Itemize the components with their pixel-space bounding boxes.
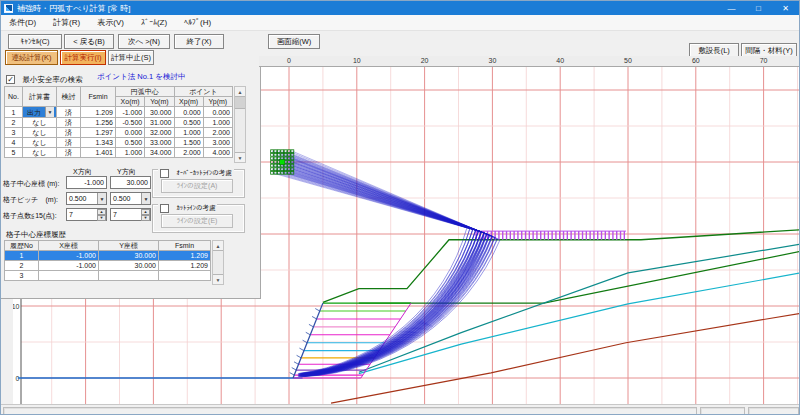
cell[interactable]: 済 <box>57 118 81 128</box>
cell[interactable]: 32.000 <box>145 128 174 138</box>
cell[interactable]: 1.000 <box>174 128 203 138</box>
cell[interactable]: 1.297 <box>81 128 116 138</box>
cell[interactable]: 3 <box>5 271 39 281</box>
continuous-calc-button[interactable]: 連続計算(K) <box>5 50 58 65</box>
cell[interactable]: 0.500 <box>116 138 145 148</box>
run-calc-button[interactable]: 計算実行(I) <box>60 50 106 65</box>
grid-points-y-stepper[interactable]: 7 ▲▼ <box>110 208 151 221</box>
slip-results-table[interactable]: No. 計算書 検討 Fsmin 円弧中心 ポイント Xo(m) Yo(m) X… <box>4 86 233 158</box>
cell[interactable]: 2 <box>5 261 39 271</box>
history-row[interactable]: 3 <box>5 271 211 281</box>
cell[interactable]: 0.000 <box>116 128 145 138</box>
cell[interactable]: 1.401 <box>81 148 116 158</box>
cell[interactable]: 1.500 <box>174 138 203 148</box>
stop-calc-button[interactable]: 計算中止(S) <box>108 50 154 65</box>
grid-pitch-y-select[interactable]: 0.500 ▼ <box>110 192 151 205</box>
cell[interactable]: なし <box>23 138 57 148</box>
table-row[interactable]: 4なし済1.3430.50033.0001.5003.000 <box>5 138 233 148</box>
cell[interactable]: 30.000 <box>145 107 174 118</box>
close-icon[interactable]: ✕ <box>772 1 799 15</box>
cell[interactable]: 1.343 <box>81 138 116 148</box>
cell[interactable]: 2.000 <box>174 148 203 158</box>
menu-conditions[interactable]: 条件(D) <box>9 17 36 28</box>
cell[interactable]: 1.256 <box>81 118 116 128</box>
cell[interactable] <box>39 271 99 281</box>
title-bar[interactable]: 補強時・円弧すべり計算 [常 時] — □ ✕ <box>1 1 799 15</box>
table-row[interactable]: 2なし済1.256-0.50031.0000.5001.000 <box>5 118 233 128</box>
cell[interactable]: 4 <box>5 138 23 148</box>
cell[interactable]: 2.000 <box>203 128 232 138</box>
chevron-down-icon[interactable]: ▼ <box>45 107 54 117</box>
grid-pitch-x-select[interactable]: 0.500 ▼ <box>66 192 107 205</box>
table-row[interactable]: 3なし済1.2970.00032.0001.0002.000 <box>5 128 233 138</box>
cell[interactable]: 済 <box>57 128 81 138</box>
scroll-thumb[interactable] <box>235 97 245 109</box>
checkbox-checked-icon[interactable]: ✓ <box>6 75 15 84</box>
spin-down-icon[interactable]: ▼ <box>141 215 150 221</box>
overcut-line-setting-button[interactable]: ﾗｲﾝの設定(A) <box>161 179 233 193</box>
cell[interactable] <box>99 271 159 281</box>
cell[interactable]: 0.000 <box>203 107 232 118</box>
cell[interactable]: -1.000 <box>116 107 145 118</box>
scroll-up-icon[interactable]: ▲ <box>235 87 245 97</box>
menu-calculation[interactable]: 計算(R) <box>53 17 80 28</box>
checkbox-unchecked-icon[interactable] <box>160 204 169 213</box>
menu-help[interactable]: ﾍﾙﾌﾟ(H) <box>184 18 211 27</box>
cell[interactable]: 済 <box>57 138 81 148</box>
cell[interactable]: -0.500 <box>116 118 145 128</box>
cell[interactable]: 33.000 <box>145 138 174 148</box>
grid-center-y-input[interactable]: 30.000 <box>110 176 151 189</box>
chevron-down-icon[interactable]: ▼ <box>141 193 150 204</box>
table-row[interactable]: 1出力▼済1.209-1.00030.0000.0000.000 <box>5 107 233 118</box>
cell[interactable]: 1.209 <box>81 107 116 118</box>
cell[interactable]: -1.000 <box>39 261 99 271</box>
cancel-button[interactable]: ｷｬﾝｾﾙ(C) <box>8 34 62 49</box>
next-button[interactable]: 次へ >(N) <box>118 34 170 49</box>
cell[interactable]: なし <box>23 128 57 138</box>
cell[interactable]: 4.000 <box>203 148 232 158</box>
cell[interactable]: 3.000 <box>203 138 232 148</box>
table-row[interactable]: 5なし済1.4011.00034.0002.0004.000 <box>5 148 233 158</box>
menu-zoom[interactable]: ｽﾞｰﾑ(Z) <box>141 18 167 27</box>
scroll-down-icon[interactable]: ▼ <box>213 274 223 284</box>
screen-shrink-button[interactable]: 画面縮(W) <box>268 34 320 49</box>
grid-center-x-input[interactable]: -1.000 <box>66 176 107 189</box>
spin-down-icon[interactable]: ▼ <box>97 215 106 221</box>
cell[interactable]: 0.500 <box>174 118 203 128</box>
cell[interactable]: 済 <box>57 107 81 118</box>
checkbox-unchecked-icon[interactable] <box>160 169 169 178</box>
cell[interactable]: 30.000 <box>99 261 159 271</box>
finish-button[interactable]: 終了(X) <box>174 34 224 49</box>
chevron-down-icon[interactable]: ▼ <box>97 193 106 204</box>
cell[interactable]: 1.209 <box>159 251 211 261</box>
cell[interactable]: 1.000 <box>203 118 232 128</box>
menu-view[interactable]: 表示(V) <box>97 17 124 28</box>
cell[interactable]: 出力▼ <box>23 107 57 118</box>
cell[interactable]: 1.209 <box>159 261 211 271</box>
history-row[interactable]: 1-1.00030.0001.209 <box>5 251 211 261</box>
cell[interactable]: なし <box>23 118 57 128</box>
history-table[interactable]: 履歴No X座標 Y座標 Fsmin 1-1.00030.0001.2092-1… <box>4 240 211 281</box>
cut-line-setting-button[interactable]: ﾗｲﾝの設定(E) <box>161 214 233 228</box>
cell[interactable]: 済 <box>57 148 81 158</box>
minimize-icon[interactable]: — <box>718 1 745 15</box>
cell[interactable]: 5 <box>5 148 23 158</box>
scroll-up-icon[interactable]: ▲ <box>213 241 223 251</box>
cell[interactable]: 30.000 <box>99 251 159 261</box>
grid-points-x-stepper[interactable]: 7 ▲▼ <box>66 208 107 221</box>
maximize-icon[interactable]: □ <box>745 1 772 15</box>
cell[interactable]: -1.000 <box>39 251 99 261</box>
cell[interactable]: なし <box>23 148 57 158</box>
cell[interactable]: 31.000 <box>145 118 174 128</box>
back-button[interactable]: < 戻る(B) <box>64 34 114 49</box>
cell[interactable]: 2 <box>5 118 23 128</box>
history-row[interactable]: 2-1.00030.0001.209 <box>5 261 211 271</box>
cell[interactable]: 1.000 <box>116 148 145 158</box>
scroll-down-icon[interactable]: ▼ <box>235 152 245 162</box>
results-scrollbar[interactable]: ▲ ▼ <box>234 86 246 163</box>
cell[interactable]: 1 <box>5 251 39 261</box>
history-scrollbar[interactable]: ▲ ▼ <box>212 240 224 285</box>
cell[interactable]: 3 <box>5 128 23 138</box>
cell[interactable]: 34.000 <box>145 148 174 158</box>
cell[interactable]: 1 <box>5 107 23 118</box>
